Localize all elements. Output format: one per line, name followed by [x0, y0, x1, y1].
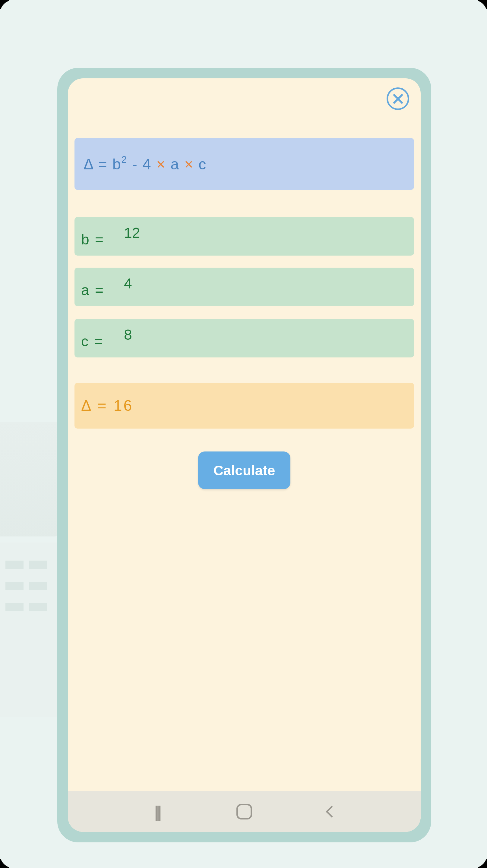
result-text: Δ = 16	[81, 397, 133, 414]
page-background: Δ = b2 - 4 × a × c b = a = c = Δ = 16	[0, 0, 487, 868]
calculate-button[interactable]: Calculate	[198, 452, 291, 489]
input-label-c: c =	[81, 327, 120, 350]
formula-display: Δ = b2 - 4 × a × c	[74, 138, 414, 190]
input-row-a: a =	[74, 268, 414, 306]
result-display: Δ = 16	[74, 383, 414, 429]
home-icon	[236, 804, 252, 819]
input-field-c[interactable]	[124, 327, 395, 350]
phone-frame: Δ = b2 - 4 × a × c b = a = c = Δ = 16	[57, 68, 431, 842]
input-field-b[interactable]	[124, 224, 395, 248]
nav-home-button[interactable]	[232, 800, 256, 824]
recents-icon: |||	[154, 802, 159, 821]
android-nav-bar: |||	[68, 791, 421, 832]
close-icon	[392, 93, 404, 105]
nav-back-button[interactable]	[319, 800, 344, 824]
nav-recents-button[interactable]: |||	[145, 800, 169, 824]
input-label-a: a =	[81, 276, 120, 299]
app-screen: Δ = b2 - 4 × a × c b = a = c = Δ = 16	[68, 79, 421, 832]
background-illustration	[0, 211, 59, 482]
input-field-a[interactable]	[124, 275, 395, 299]
input-row-c: c =	[74, 319, 414, 358]
back-icon	[326, 806, 338, 818]
formula-text: Δ = b2 - 4 × a × c	[84, 155, 207, 173]
input-label-b: b =	[81, 225, 120, 248]
close-button[interactable]	[387, 87, 409, 110]
input-row-b: b =	[74, 217, 414, 255]
